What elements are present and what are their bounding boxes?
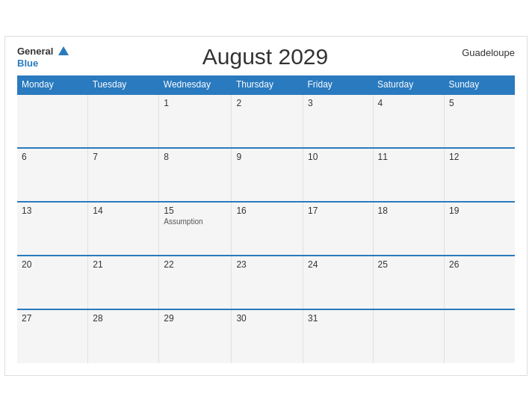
calendar-cell: 5	[444, 94, 515, 148]
weekday-header-wednesday: Wednesday	[159, 75, 232, 94]
logo-general-text: General	[17, 46, 53, 57]
weekday-header-sunday: Sunday	[444, 75, 515, 94]
calendar-cell: 13	[17, 202, 88, 256]
calendar-cell: 1	[159, 94, 232, 148]
calendar-week-row: 12345	[17, 94, 515, 148]
calendar-cell: 23	[232, 256, 303, 309]
calendar-cell: 24	[303, 256, 373, 309]
calendar-cell: 2	[232, 94, 303, 148]
weekday-header-row: MondayTuesdayWednesdayThursdayFridaySatu…	[17, 75, 515, 94]
calendar-container: General Blue August 2029 Guadeloupe Mond…	[4, 36, 528, 376]
calendar-cell: 17	[303, 202, 373, 256]
calendar-cell: 22	[159, 256, 232, 309]
day-number: 29	[164, 313, 226, 324]
day-number: 21	[93, 259, 154, 270]
day-number: 6	[22, 152, 83, 162]
day-number: 9	[236, 152, 298, 162]
calendar-cell: 30	[232, 309, 303, 363]
day-number: 4	[378, 98, 439, 108]
logo-general-line: General	[17, 44, 69, 58]
calendar-cell: 18	[373, 202, 444, 256]
day-number: 30	[236, 313, 298, 324]
day-number: 31	[308, 313, 368, 324]
day-number: 16	[236, 206, 298, 216]
calendar-cell: 14	[88, 202, 159, 256]
calendar-cell: 26	[444, 256, 515, 309]
month-title: August 2029	[69, 44, 462, 69]
day-number: 14	[93, 206, 154, 216]
day-number: 19	[449, 206, 510, 216]
calendar-cell: 21	[88, 256, 159, 309]
day-number: 20	[22, 259, 83, 270]
logo-blue-text: Blue	[17, 58, 38, 69]
calendar-grid: MondayTuesdayWednesdayThursdayFridaySatu…	[17, 75, 515, 363]
calendar-cell: 29	[159, 309, 232, 363]
calendar-cell: 28	[88, 309, 159, 363]
calendar-cell: 6	[17, 148, 88, 202]
calendar-cell: 25	[373, 256, 444, 309]
calendar-week-row: 6789101112	[17, 148, 515, 202]
calendar-week-row: 20212223242526	[17, 256, 515, 309]
day-number: 13	[22, 206, 83, 216]
day-number: 3	[308, 98, 368, 108]
day-number: 5	[449, 98, 510, 108]
day-number: 8	[164, 152, 226, 162]
day-number: 2	[236, 98, 298, 108]
day-number: 12	[449, 152, 510, 162]
weekday-header-friday: Friday	[303, 75, 373, 94]
calendar-header: General Blue August 2029 Guadeloupe	[17, 44, 515, 69]
logo-triangle-icon	[58, 46, 69, 55]
weekday-header-thursday: Thursday	[232, 75, 303, 94]
calendar-cell	[444, 309, 515, 363]
calendar-body: 123456789101112131415Assumption161718192…	[17, 94, 515, 363]
calendar-week-row: 2728293031	[17, 309, 515, 363]
calendar-cell: 7	[88, 148, 159, 202]
day-number: 24	[308, 259, 368, 270]
day-number: 10	[308, 152, 368, 162]
calendar-cell: 10	[303, 148, 373, 202]
calendar-cell: 3	[303, 94, 373, 148]
calendar-cell: 20	[17, 256, 88, 309]
holiday-label: Assumption	[164, 217, 226, 226]
calendar-cell: 19	[444, 202, 515, 256]
calendar-cell: 31	[303, 309, 373, 363]
weekday-header-tuesday: Tuesday	[88, 75, 159, 94]
calendar-cell	[17, 94, 88, 148]
day-number: 17	[308, 206, 368, 216]
weekday-header-saturday: Saturday	[373, 75, 444, 94]
calendar-cell: 27	[17, 309, 88, 363]
calendar-cell: 8	[159, 148, 232, 202]
calendar-cell: 15Assumption	[159, 202, 232, 256]
day-number: 7	[93, 152, 154, 162]
day-number: 28	[93, 313, 154, 324]
day-number: 15	[164, 206, 226, 216]
calendar-cell: 4	[373, 94, 444, 148]
day-number: 11	[378, 152, 439, 162]
day-number: 23	[236, 259, 298, 270]
day-number: 27	[22, 313, 83, 324]
calendar-cell: 12	[444, 148, 515, 202]
calendar-cell: 16	[232, 202, 303, 256]
calendar-week-row: 131415Assumption16171819	[17, 202, 515, 256]
day-number: 18	[378, 206, 439, 216]
day-number: 26	[449, 259, 510, 270]
day-number: 25	[378, 259, 439, 270]
day-number: 1	[164, 98, 226, 108]
calendar-thead: MondayTuesdayWednesdayThursdayFridaySatu…	[17, 75, 515, 94]
day-number: 22	[164, 259, 226, 270]
region-label: Guadeloupe	[462, 44, 515, 58]
calendar-cell	[373, 309, 444, 363]
weekday-header-monday: Monday	[17, 75, 88, 94]
calendar-cell: 9	[232, 148, 303, 202]
calendar-cell: 11	[373, 148, 444, 202]
logo-area: General Blue	[17, 44, 69, 69]
calendar-cell	[88, 94, 159, 148]
